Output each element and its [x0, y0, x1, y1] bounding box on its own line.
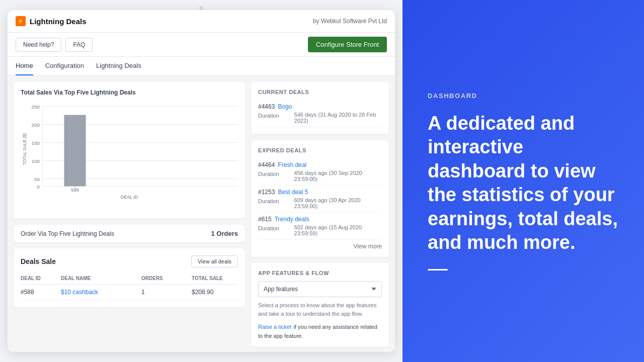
current-deal-duration-value: 546 days (31 Aug 2020 to 28 Feb 2022) [294, 112, 382, 124]
expired-deal-name-2[interactable]: Best deal 5 [278, 189, 308, 196]
right-column: CURRENT DEALS #4463 Bogo Duration 546 da… [251, 82, 389, 346]
expired-deal-name-1[interactable]: Fresh deal [278, 161, 306, 168]
tab-lightning-deals[interactable]: Lightning Deals [96, 57, 141, 75]
app-window: ⚡ Lightning Deals by Webkul Software Pvt… [8, 10, 395, 352]
app-features-select[interactable]: App features [258, 281, 382, 297]
features-description: Select a process to know about the app f… [258, 301, 382, 318]
expired-deal-id-1: #4464 [258, 161, 275, 168]
col-deal-name: DEAL NAME [61, 276, 141, 281]
orders-label: Order Via Top Five Lightning Deals [21, 230, 114, 237]
expired-deal-duration-label-1: Duration [258, 171, 279, 182]
expired-deal-row-1: #4464 Fresh deal [258, 161, 382, 168]
svg-text:150: 150 [32, 140, 40, 146]
expired-deal-item-3: #615 Trendy deals Duration 502 days ago … [258, 213, 382, 240]
current-deal-duration-label: Duration [258, 113, 279, 124]
svg-text:200: 200 [32, 122, 40, 128]
view-more-button[interactable]: View more [258, 240, 382, 250]
expired-deal-name-3[interactable]: Trendy deals [275, 216, 309, 223]
bar-chart: 250 200 150 100 50 0 588 TO [21, 101, 238, 192]
expired-deal-id-2: #1253 [258, 189, 275, 196]
expired-deal-duration-value-2: 609 days ago (30 Apr 2020 23:59:00) [294, 197, 382, 209]
table-header: DEAL ID DEAL NAME ORDERS TOTAL SALE [21, 273, 238, 285]
row-deal-name[interactable]: $10 cashback [61, 289, 141, 296]
current-deals-card: CURRENT DEALS #4463 Bogo Duration 546 da… [251, 82, 389, 134]
lightning-icon: ⚡ [16, 16, 26, 26]
expired-deal-duration-value-3: 502 days ago (15 Aug 2020 23:59:59) [294, 224, 382, 236]
expired-deal-duration-label-3: Duration [258, 225, 279, 236]
app-logo: ⚡ Lightning Deals [16, 16, 87, 26]
current-deal-id-1: #4463 [258, 103, 275, 110]
scroll-indicator [199, 6, 203, 10]
tab-home[interactable]: Home [16, 57, 33, 75]
expired-deal-row-3: #615 Trendy deals [258, 216, 382, 223]
expired-deal-id-3: #615 [258, 216, 272, 223]
orders-count: 1 Orders [211, 230, 238, 237]
chart-x-label: DEAL ID [21, 195, 238, 200]
svg-text:TOTAL SALE ($): TOTAL SALE ($) [22, 133, 27, 165]
marketing-panel: DASHBOARD A dedicated and interactive da… [403, 0, 644, 362]
nav-tabs: Home Configuration Lightning Deals [8, 57, 395, 76]
configure-store-button[interactable]: Configure Store Front [308, 37, 387, 52]
faq-button[interactable]: FAQ [65, 38, 93, 52]
svg-text:50: 50 [34, 176, 40, 182]
row-total-sale: $208.90 [192, 289, 242, 296]
expired-deal-duration-label-2: Duration [258, 198, 279, 209]
row-deal-id: #588 [21, 289, 61, 296]
marketing-divider [428, 269, 448, 270]
app-title: Lightning Deals [30, 17, 87, 26]
need-help-button[interactable]: Need help? [16, 38, 61, 52]
app-header: ⚡ Lightning Deals by Webkul Software Pvt… [8, 10, 395, 33]
expired-deal-item-1: #4464 Fresh deal Duration 456 days ago (… [258, 158, 382, 186]
chart-card: Total Sales Via Top Five Lightning Deals [14, 82, 245, 219]
svg-text:588: 588 [71, 187, 79, 192]
view-all-deals-button[interactable]: View all deals [191, 255, 238, 267]
current-deal-item-1: #4463 Bogo Duration 546 days (31 Aug 202… [258, 100, 382, 127]
raise-ticket-link[interactable]: Raise a ticket [258, 324, 291, 330]
current-deals-title: CURRENT DEALS [258, 89, 382, 95]
svg-text:0: 0 [37, 184, 39, 190]
expired-deal-item-2: #1253 Best deal 5 Duration 609 days ago … [258, 186, 382, 213]
chart-title: Total Sales Via Top Five Lightning Deals [21, 89, 238, 96]
toolbar: Need help? FAQ Configure Store Front [8, 33, 395, 57]
features-ticket-row: Raise a ticket if you need any assistanc… [258, 322, 382, 340]
app-features-card: App features & flow App features Select … [251, 263, 389, 347]
left-column: Total Sales Via Top Five Lightning Deals [14, 82, 245, 346]
deals-sale-header: Deals Sale View all deals [21, 255, 238, 267]
col-total-sale: TOTAL SALE [192, 276, 242, 281]
current-deal-name-1[interactable]: Bogo [278, 103, 292, 110]
expired-deals-card: EXPIRED DEALS #4464 Fresh deal Duration … [251, 140, 389, 257]
col-orders: ORDERS [141, 276, 192, 281]
marketing-title: A dedicated and interactive dashboard to… [428, 112, 619, 255]
svg-text:250: 250 [32, 104, 40, 110]
col-deal-id: DEAL ID [21, 276, 61, 281]
app-panel: ⚡ Lightning Deals by Webkul Software Pvt… [0, 0, 403, 362]
dashboard-label: DASHBOARD [428, 92, 619, 100]
row-orders: 1 [141, 289, 192, 296]
expired-deals-title: EXPIRED DEALS [258, 147, 382, 153]
app-subtitle: by Webkul Software Pvt Ltd [313, 18, 387, 25]
tab-configuration[interactable]: Configuration [45, 57, 84, 75]
bar-588 [64, 115, 86, 187]
main-content: Total Sales Via Top Five Lightning Deals [8, 76, 395, 352]
expired-deal-duration-value-1: 456 days ago (30 Sep 2020 23:59:00) [294, 170, 382, 182]
chart-container: 250 200 150 100 50 0 588 TO [21, 101, 238, 212]
current-deal-row: #4463 Bogo [258, 103, 382, 110]
expired-deal-row-2: #1253 Best deal 5 [258, 189, 382, 196]
app-features-title: App features & flow [258, 270, 382, 276]
svg-text:100: 100 [32, 158, 40, 164]
deals-sale-card: Deals Sale View all deals DEAL ID DEAL N… [14, 248, 245, 307]
table-row: #588 $10 cashback 1 $208.90 [21, 285, 238, 300]
deals-sale-title: Deals Sale [21, 257, 56, 265]
orders-row: Order Via Top Five Lightning Deals 1 Ord… [14, 225, 245, 242]
